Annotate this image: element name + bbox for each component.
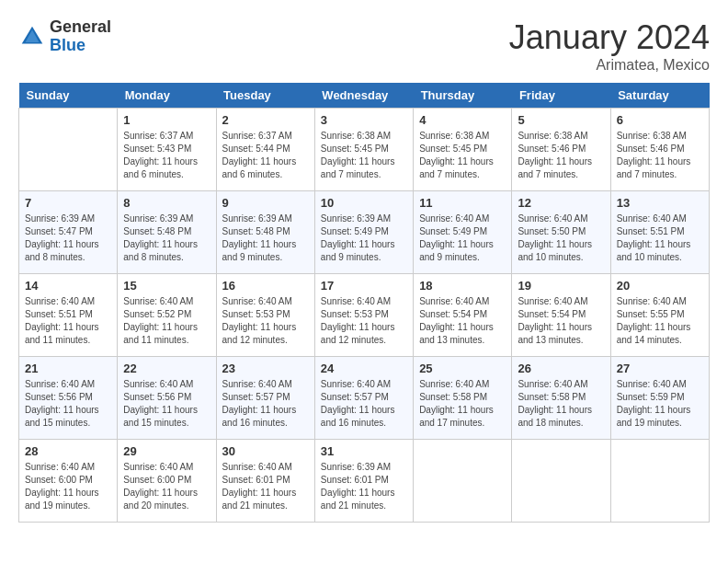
day-info: Sunrise: 6:37 AM Sunset: 5:44 PM Dayligh…: [222, 130, 309, 181]
calendar-cell: 12Sunrise: 6:40 AM Sunset: 5:50 PM Dayli…: [512, 191, 610, 274]
day-number: 7: [25, 196, 111, 210]
month-title: January 2024: [509, 18, 710, 57]
calendar-cell: 27Sunrise: 6:40 AM Sunset: 5:59 PM Dayli…: [610, 357, 709, 440]
calendar-cell: 16Sunrise: 6:40 AM Sunset: 5:53 PM Dayli…: [216, 274, 314, 357]
day-number: 29: [123, 444, 210, 458]
day-number: 20: [617, 279, 703, 293]
day-number: 6: [617, 113, 703, 127]
calendar-cell: 6Sunrise: 6:38 AM Sunset: 5:46 PM Daylig…: [610, 109, 709, 191]
day-info: Sunrise: 6:40 AM Sunset: 5:53 PM Dayligh…: [222, 295, 309, 347]
day-number: 25: [419, 362, 506, 375]
calendar-cell: 9Sunrise: 6:39 AM Sunset: 5:48 PM Daylig…: [216, 191, 314, 274]
day-number: 16: [222, 279, 309, 293]
day-number: 22: [123, 362, 210, 375]
day-info: Sunrise: 6:38 AM Sunset: 5:46 PM Dayligh…: [617, 130, 703, 181]
day-info: Sunrise: 6:40 AM Sunset: 5:51 PM Dayligh…: [25, 295, 111, 347]
day-info: Sunrise: 6:40 AM Sunset: 6:00 PM Dayligh…: [25, 461, 111, 512]
day-number: 19: [518, 279, 604, 293]
calendar-cell: 31Sunrise: 6:39 AM Sunset: 6:01 PM Dayli…: [314, 440, 413, 523]
day-number: 12: [518, 196, 604, 210]
calendar-header: SundayMondayTuesdayWednesdayThursdayFrid…: [19, 83, 710, 109]
day-number: 5: [518, 113, 604, 127]
weekday-header-thursday: Thursday: [414, 83, 512, 109]
day-info: Sunrise: 6:39 AM Sunset: 6:01 PM Dayligh…: [321, 461, 407, 512]
day-info: Sunrise: 6:37 AM Sunset: 5:43 PM Dayligh…: [123, 130, 210, 181]
day-number: 3: [321, 113, 407, 127]
calendar-cell: 7Sunrise: 6:39 AM Sunset: 5:47 PM Daylig…: [19, 191, 118, 274]
day-info: Sunrise: 6:40 AM Sunset: 5:58 PM Dayligh…: [518, 378, 604, 430]
day-info: Sunrise: 6:40 AM Sunset: 5:49 PM Dayligh…: [419, 213, 506, 264]
calendar-cell: 2Sunrise: 6:37 AM Sunset: 5:44 PM Daylig…: [216, 109, 314, 191]
calendar-week-1: 1Sunrise: 6:37 AM Sunset: 5:43 PM Daylig…: [19, 109, 710, 191]
logo: General Blue: [18, 18, 111, 55]
calendar-cell: 4Sunrise: 6:38 AM Sunset: 5:45 PM Daylig…: [414, 109, 512, 191]
calendar-body: 1Sunrise: 6:37 AM Sunset: 5:43 PM Daylig…: [19, 109, 710, 523]
calendar-week-5: 28Sunrise: 6:40 AM Sunset: 6:00 PM Dayli…: [19, 440, 710, 523]
calendar-cell: 28Sunrise: 6:40 AM Sunset: 6:00 PM Dayli…: [19, 440, 118, 523]
calendar-cell: 18Sunrise: 6:40 AM Sunset: 5:54 PM Dayli…: [414, 274, 512, 357]
day-info: Sunrise: 6:39 AM Sunset: 5:48 PM Dayligh…: [123, 213, 210, 264]
day-info: Sunrise: 6:40 AM Sunset: 5:56 PM Dayligh…: [25, 378, 111, 430]
logo-icon: [18, 23, 46, 51]
calendar-cell: 23Sunrise: 6:40 AM Sunset: 5:57 PM Dayli…: [216, 357, 314, 440]
calendar-table: SundayMondayTuesdayWednesdayThursdayFrid…: [18, 83, 710, 523]
calendar-cell: 19Sunrise: 6:40 AM Sunset: 5:54 PM Dayli…: [512, 274, 610, 357]
day-info: Sunrise: 6:40 AM Sunset: 5:57 PM Dayligh…: [321, 378, 407, 430]
day-info: Sunrise: 6:40 AM Sunset: 5:53 PM Dayligh…: [321, 295, 407, 347]
day-info: Sunrise: 6:40 AM Sunset: 5:56 PM Dayligh…: [123, 378, 210, 430]
calendar-week-4: 21Sunrise: 6:40 AM Sunset: 5:56 PM Dayli…: [19, 357, 710, 440]
day-number: 8: [123, 196, 210, 210]
calendar-cell: 10Sunrise: 6:39 AM Sunset: 5:49 PM Dayli…: [314, 191, 413, 274]
day-number: 24: [321, 362, 407, 375]
day-info: Sunrise: 6:40 AM Sunset: 5:54 PM Dayligh…: [518, 295, 604, 347]
day-info: Sunrise: 6:39 AM Sunset: 5:47 PM Dayligh…: [25, 213, 111, 264]
day-info: Sunrise: 6:40 AM Sunset: 5:58 PM Dayligh…: [419, 378, 506, 430]
day-info: Sunrise: 6:39 AM Sunset: 5:49 PM Dayligh…: [321, 213, 407, 264]
day-info: Sunrise: 6:40 AM Sunset: 5:59 PM Dayligh…: [617, 378, 703, 430]
weekday-row: SundayMondayTuesdayWednesdayThursdayFrid…: [19, 83, 710, 109]
calendar-week-3: 14Sunrise: 6:40 AM Sunset: 5:51 PM Dayli…: [19, 274, 710, 357]
calendar-cell: 5Sunrise: 6:38 AM Sunset: 5:46 PM Daylig…: [512, 109, 610, 191]
day-info: Sunrise: 6:40 AM Sunset: 5:51 PM Dayligh…: [617, 213, 703, 264]
calendar-cell: 11Sunrise: 6:40 AM Sunset: 5:49 PM Dayli…: [414, 191, 512, 274]
calendar-cell: 24Sunrise: 6:40 AM Sunset: 5:57 PM Dayli…: [314, 357, 413, 440]
day-number: 13: [617, 196, 703, 210]
weekday-header-tuesday: Tuesday: [216, 83, 314, 109]
location-title: Arimatea, Mexico: [509, 57, 710, 74]
title-block: January 2024 Arimatea, Mexico: [509, 18, 710, 74]
calendar-cell: [414, 440, 512, 523]
day-number: 9: [222, 196, 309, 210]
calendar-cell: 22Sunrise: 6:40 AM Sunset: 5:56 PM Dayli…: [118, 357, 216, 440]
day-number: 1: [123, 113, 210, 127]
day-number: 11: [419, 196, 506, 210]
calendar-cell: 13Sunrise: 6:40 AM Sunset: 5:51 PM Dayli…: [610, 191, 709, 274]
calendar-cell: 1Sunrise: 6:37 AM Sunset: 5:43 PM Daylig…: [118, 109, 216, 191]
day-info: Sunrise: 6:40 AM Sunset: 6:01 PM Dayligh…: [222, 461, 309, 512]
calendar-cell: 3Sunrise: 6:38 AM Sunset: 5:45 PM Daylig…: [314, 109, 413, 191]
calendar-cell: 21Sunrise: 6:40 AM Sunset: 5:56 PM Dayli…: [19, 357, 118, 440]
day-number: 18: [419, 279, 506, 293]
weekday-header-friday: Friday: [512, 83, 610, 109]
calendar-cell: 30Sunrise: 6:40 AM Sunset: 6:01 PM Dayli…: [216, 440, 314, 523]
day-number: 31: [321, 444, 407, 458]
day-info: Sunrise: 6:40 AM Sunset: 5:52 PM Dayligh…: [123, 295, 210, 347]
day-info: Sunrise: 6:38 AM Sunset: 5:46 PM Dayligh…: [518, 130, 604, 181]
day-info: Sunrise: 6:40 AM Sunset: 5:55 PM Dayligh…: [617, 295, 703, 347]
calendar-cell: [512, 440, 610, 523]
day-info: Sunrise: 6:40 AM Sunset: 6:00 PM Dayligh…: [123, 461, 210, 512]
calendar-week-2: 7Sunrise: 6:39 AM Sunset: 5:47 PM Daylig…: [19, 191, 710, 274]
logo-text: General Blue: [50, 18, 111, 55]
weekday-header-wednesday: Wednesday: [314, 83, 413, 109]
calendar-cell: 17Sunrise: 6:40 AM Sunset: 5:53 PM Dayli…: [314, 274, 413, 357]
calendar-cell: 29Sunrise: 6:40 AM Sunset: 6:00 PM Dayli…: [118, 440, 216, 523]
day-number: 28: [25, 444, 111, 458]
day-info: Sunrise: 6:38 AM Sunset: 5:45 PM Dayligh…: [321, 130, 407, 181]
day-number: 14: [25, 279, 111, 293]
calendar-cell: 20Sunrise: 6:40 AM Sunset: 5:55 PM Dayli…: [610, 274, 709, 357]
day-number: 4: [419, 113, 506, 127]
day-number: 27: [617, 362, 703, 375]
day-number: 30: [222, 444, 309, 458]
calendar-cell: [19, 109, 118, 191]
calendar-cell: 8Sunrise: 6:39 AM Sunset: 5:48 PM Daylig…: [118, 191, 216, 274]
day-info: Sunrise: 6:40 AM Sunset: 5:54 PM Dayligh…: [419, 295, 506, 347]
